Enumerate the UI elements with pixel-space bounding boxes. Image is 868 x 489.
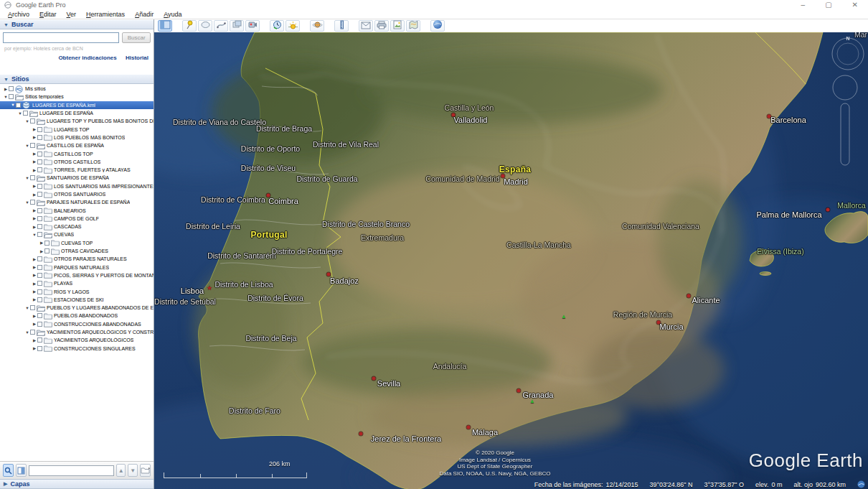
previous-result-button[interactable]: ▲: [116, 464, 126, 477]
expand-icon[interactable]: ▶: [32, 297, 37, 302]
tree-item-los-pueblos-m-s-bonitos[interactable]: ▶LOS PUEBLOS MÁS BONITOS: [0, 134, 154, 141]
item-checkbox[interactable]: [9, 86, 14, 91]
search-places-button[interactable]: [3, 464, 14, 477]
layers-panel-header[interactable]: ▶ Capas: [0, 479, 154, 489]
tree-item-pueblos-abandonados[interactable]: ▶PUEBLOS ABANDONADOS: [0, 312, 154, 320]
tree-item-sitios-temporales[interactable]: ▼Sitios temporales: [0, 93, 154, 101]
expand-icon[interactable]: ▶: [32, 281, 37, 286]
expand-icon[interactable]: ▶: [32, 184, 37, 188]
tree-item-lugares-top[interactable]: ▶LUGARES TOP: [0, 125, 154, 133]
tree-item-otros-parajes-naturales[interactable]: ▶OTROS PARAJES NATURALES: [0, 255, 154, 263]
tree-item-torres-fuertes-y-atalayas[interactable]: ▶TORRES, FUERTES y ATALAYAS: [0, 166, 154, 174]
item-checkbox[interactable]: [44, 248, 49, 253]
tree-item-parajes-naturales-de-espa-a[interactable]: ▼PARAJES NATURALES DE ESPAÑA: [0, 198, 154, 206]
maximize-button[interactable]: ▢: [825, 1, 831, 9]
item-checkbox[interactable]: [37, 273, 42, 278]
expand-icon[interactable]: ▶: [32, 168, 37, 172]
next-result-button[interactable]: ▼: [128, 464, 138, 477]
menu-archivo[interactable]: Archivo: [3, 11, 34, 18]
expand-icon[interactable]: ▶: [32, 257, 37, 261]
collapse-icon[interactable]: ▼: [24, 144, 30, 148]
expand-icon[interactable]: ▶: [32, 208, 37, 213]
item-checkbox[interactable]: [37, 281, 42, 286]
search-input[interactable]: [3, 32, 119, 43]
expand-icon[interactable]: ▶: [32, 225, 37, 229]
image-overlay-button[interactable]: [230, 20, 244, 32]
collapse-icon[interactable]: ▼: [10, 103, 16, 107]
collapse-icon[interactable]: ▼: [24, 119, 30, 124]
planets-button[interactable]: [310, 20, 324, 32]
tree-item-pueblos-y-lugares-abandonados-de-e[interactable]: ▼PUEBLOS Y LUGARES ABANDONADOS DE E...: [0, 304, 154, 312]
tree-item-castillos-de-espa-a[interactable]: ▼CASTILLOS DE ESPAÑA: [0, 141, 154, 149]
expand-icon[interactable]: ▶: [39, 241, 44, 245]
collapse-icon[interactable]: ▼: [24, 176, 30, 180]
ruler-button[interactable]: [334, 20, 349, 32]
menu-herramientas[interactable]: Herramientas: [81, 11, 130, 18]
view-in-maps-button[interactable]: [406, 20, 420, 32]
collapse-icon[interactable]: ▼: [17, 111, 23, 116]
item-checkbox[interactable]: [30, 118, 35, 124]
collapse-icon[interactable]: ▼: [24, 330, 30, 335]
tree-item-castillos-top[interactable]: ▶CASTILLOS TOP: [0, 149, 154, 157]
item-checkbox[interactable]: [37, 313, 42, 318]
item-checkbox[interactable]: [37, 297, 42, 302]
tree-item-construcciones-singulares[interactable]: ▶CONSTRUCCIONES SINGULARES: [0, 345, 154, 353]
tree-item-playas[interactable]: ▶PLAYAS: [0, 279, 154, 287]
map-viewport[interactable]: N Distrito de Viana do CasteloDistrito d…: [154, 32, 868, 489]
sidebar-toggle-button[interactable]: [158, 20, 172, 32]
item-checkbox[interactable]: [37, 208, 42, 213]
email-button[interactable]: [359, 20, 373, 32]
expand-icon[interactable]: ▶: [32, 338, 37, 343]
item-checkbox[interactable]: [37, 224, 42, 229]
record-tour-button[interactable]: [245, 20, 260, 32]
expand-icon[interactable]: ▶: [32, 289, 37, 294]
close-button[interactable]: ✕: [852, 1, 858, 9]
item-checkbox[interactable]: [37, 216, 42, 221]
tree-item-otras-cavidades[interactable]: ▶OTRAS CAVIDADES: [0, 247, 154, 255]
item-checkbox[interactable]: [37, 322, 42, 327]
tree-item-picos-sierras-y-puertos-de-monta-a[interactable]: ▶PICOS, SIERRAS Y PUERTOS DE MONTAÑA: [0, 271, 154, 279]
menu-ayuda[interactable]: Ayuda: [159, 11, 187, 18]
tree-item-los-santuarios-m-s-impresionantes[interactable]: ▶LOS SANTUARIOS MÁS IMPRESIONANTES: [0, 182, 154, 190]
tree-item-otros-castillos[interactable]: ▶OTROS CASTILLOS: [0, 158, 154, 166]
save-image-button[interactable]: [390, 20, 405, 32]
item-checkbox[interactable]: [37, 184, 42, 189]
item-checkbox[interactable]: [30, 175, 35, 180]
collapse-icon[interactable]: ▼: [24, 306, 30, 310]
menu-añadir[interactable]: Añadir: [130, 11, 159, 18]
item-checkbox[interactable]: [37, 337, 42, 343]
expand-icon[interactable]: ▶: [32, 192, 37, 197]
expand-icon[interactable]: ▶: [32, 322, 37, 326]
expand-icon[interactable]: ▶: [32, 314, 37, 318]
collapse-icon[interactable]: ▼: [3, 95, 9, 99]
folder-actions-button[interactable]: [140, 464, 151, 477]
item-checkbox[interactable]: [30, 330, 35, 335]
tree-item-cuevas-top[interactable]: ▶CUEVAS TOP: [0, 239, 154, 247]
collapse-icon[interactable]: ▼: [32, 233, 37, 237]
item-checkbox[interactable]: [37, 135, 42, 140]
search-button[interactable]: Buscar: [122, 32, 151, 43]
expand-icon[interactable]: ▶: [39, 249, 44, 253]
expand-icon[interactable]: ▶: [3, 87, 9, 91]
expand-icon[interactable]: ▶: [32, 152, 37, 156]
collapse-icon[interactable]: ▼: [24, 200, 30, 205]
item-checkbox[interactable]: [37, 256, 42, 261]
tree-item-r-os-y-lagos[interactable]: ▶RÍOS Y LAGOS: [0, 287, 154, 295]
places-filter-input[interactable]: [29, 465, 114, 476]
item-checkbox[interactable]: [37, 192, 42, 197]
tree-item-lugares-top-y-pueblos-m-s-bonitos-de[interactable]: ▼LUGARES TOP Y PUEBLOS MÁS BONITOS DE...: [0, 117, 154, 125]
historical-imagery-button[interactable]: [270, 20, 284, 32]
show-profile-button[interactable]: [16, 464, 27, 477]
sunlight-button[interactable]: [286, 20, 300, 32]
menu-ver[interactable]: Ver: [62, 11, 82, 18]
tree-item-yacimientos-arqueol-gicos-y-constr[interactable]: ▼YACIMIENTOS ARQUEOLÓGICOS Y CONSTR...: [0, 328, 154, 336]
tree-item-otros-santuarios[interactable]: ▶OTROS SANTUARIOS: [0, 190, 154, 198]
item-checkbox[interactable]: [37, 289, 42, 294]
tree-item-mis-sitios[interactable]: ▶Mis sitios: [0, 85, 154, 93]
tree-item-lugares-de-espa-a-kml[interactable]: ▼LUGARES DE ESPAÑA.kml: [0, 101, 154, 109]
item-checkbox[interactable]: [37, 167, 42, 172]
item-checkbox[interactable]: [37, 265, 42, 270]
polygon-button[interactable]: [198, 20, 212, 32]
expand-icon[interactable]: ▶: [32, 127, 37, 131]
minimize-button[interactable]: –: [801, 1, 806, 9]
